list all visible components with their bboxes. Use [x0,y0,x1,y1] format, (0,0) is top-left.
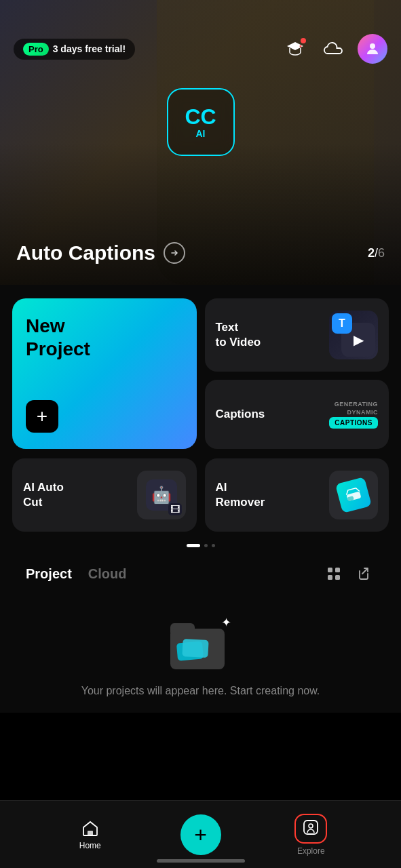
dot-indicator [12,544,389,547]
captions-badge-area: GENERATING DYNAMIC CAPTIONS [329,401,378,429]
ttv-composite: ▶ T [332,313,375,357]
home-icon [81,819,100,838]
page-total: 6 [378,246,385,260]
text-to-video-card[interactable]: Textto Video ▶ T [205,298,389,372]
svg-rect-4 [328,568,332,572]
ai-auto-cut-icon: 🤖 🎞 [137,471,186,519]
tabs-right [324,564,375,584]
ai-logo-text: AI [196,129,206,138]
ttv-t-badge: T [332,313,352,334]
auto-captions-title: Auto Captions [16,241,155,264]
top-bar: Pro 3 days free trial! [0,0,401,71]
svg-rect-7 [335,575,340,580]
home-nav-item[interactable]: Home [0,819,180,850]
empty-state-text: Your projects will appear here. Start cr… [81,683,320,699]
feature-grid-row1: NewProject + Textto Video ▶ T [12,298,389,449]
dot-active [187,544,200,547]
cc-logo-inner: CC AI [185,106,216,138]
notification-dot [301,38,306,43]
svg-point-10 [309,824,313,828]
cc-logo-box: CC AI [167,88,235,156]
film-overlay: 🎞 [168,503,182,515]
home-nav-label: Home [79,841,101,850]
user-avatar-icon [364,41,381,57]
folder-body [170,629,225,669]
feature-grid-row2: AI AutoCut 🤖 🎞 AIRemover [12,458,389,532]
new-project-card[interactable]: NewProject + [12,298,197,449]
cloud-button[interactable] [320,35,347,62]
page-current: 2 [368,246,375,260]
project-tab[interactable]: Project [26,566,72,582]
eraser-icon [343,484,364,506]
captions-badge: CAPTIONS [329,417,378,429]
pro-badge[interactable]: Pro 3 days free trial! [14,39,135,60]
svg-rect-6 [328,575,332,580]
ai-remover-icon [329,471,378,519]
hero-section: Pro 3 days free trial! [0,0,401,285]
remover-composite [332,473,375,517]
ai-remover-label: AIRemover [216,480,265,510]
svg-rect-9 [304,821,318,834]
folder-card2 [182,639,208,658]
ai-remover-card[interactable]: AIRemover [205,458,389,532]
arrow-circle-button[interactable] [164,242,185,264]
right-column: Textto Video ▶ T Captions GENERATING [205,298,389,449]
ttv-play-icon: ▶ [354,332,364,348]
cc-ai-logo: CC AI [167,88,235,156]
generating-text: GENERATING [335,401,378,408]
autocut-composite: 🤖 🎞 [140,473,183,517]
pro-label: Pro [23,43,49,56]
page-indicator: 2/6 [368,246,385,260]
ai-auto-cut-card[interactable]: AI AutoCut 🤖 🎞 [12,458,197,532]
add-button[interactable]: + [180,814,221,855]
eraser-shape [335,477,372,513]
dynamic-text: DYNAMIC [347,409,379,416]
dot-inactive-1 [204,544,208,547]
svg-point-0 [300,45,302,47]
grid-icon [326,566,342,582]
captions-label: Captions [216,407,265,422]
cloud-icon [323,41,343,56]
explore-nav-item[interactable]: Explore [221,814,402,856]
captions-card[interactable]: Captions GENERATING DYNAMIC CAPTIONS [205,380,389,449]
captions-label-group: Captions [216,407,265,422]
explore-highlight-border [294,814,327,844]
empty-state: ✦ Your projects will appear here. Start … [12,595,389,713]
svg-rect-8 [88,831,93,835]
trial-text: 3 days free trial! [53,43,126,54]
bottom-nav: Home + Explore [0,800,401,868]
new-project-title: NewProject [26,315,183,360]
text-to-video-label: Textto Video [216,320,261,350]
ai-auto-cut-label: AI AutoCut [23,480,64,510]
folder-icon-area: ✦ [170,615,231,669]
svg-rect-5 [335,568,340,572]
tabs-row: Project Cloud [12,564,389,584]
main-content: NewProject + Textto Video ▶ T [0,285,401,713]
explore-nav-label: Explore [297,846,325,856]
cloud-tab[interactable]: Cloud [88,566,127,582]
sparkle-icon: ✦ [221,615,231,630]
explore-icon [301,818,320,837]
bottom-spacer [0,713,401,794]
add-nav-item[interactable]: + [180,814,221,855]
share-icon [357,566,373,582]
new-project-plus-button[interactable]: + [26,400,58,433]
top-bar-right [282,34,387,64]
auto-captions-row: Auto Captions 2/6 [0,241,401,264]
cc-logo-text: CC [185,106,216,127]
grid-view-button[interactable] [324,564,344,584]
svg-point-1 [370,43,375,49]
share-button[interactable] [355,564,375,584]
graduation-cap-button[interactable] [282,35,309,62]
home-indicator [157,859,245,863]
user-avatar[interactable] [358,34,387,64]
dot-inactive-2 [212,544,215,547]
arrow-right-icon [169,248,180,258]
text-to-video-icon: ▶ T [329,311,378,359]
